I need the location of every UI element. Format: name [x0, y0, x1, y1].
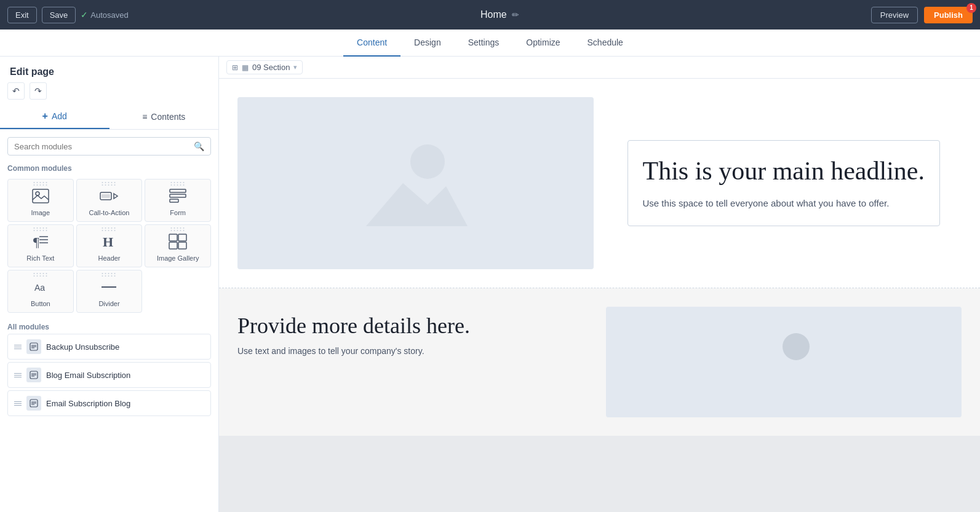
module-divider[interactable]: Divider — [76, 270, 143, 313]
form-module-label: Form — [170, 209, 186, 216]
header-module-label: Header — [98, 254, 120, 262]
svg-text:Aa: Aa — [34, 283, 45, 293]
svg-text:¶: ¶ — [33, 234, 39, 250]
page-title-text: Home — [480, 9, 507, 20]
add-tab-label: Add — [52, 111, 67, 121]
svg-rect-15 — [178, 242, 186, 249]
email-subscription-blog-label: Email Subscription Blog — [46, 399, 130, 408]
page-title-area: Home ✏ — [480, 9, 519, 20]
search-input-wrap: 🔍 — [7, 137, 211, 156]
search-area: 🔍 — [0, 130, 218, 160]
backup-unsubscribe-icon — [26, 339, 41, 354]
drag-handle-icon-3 — [14, 401, 22, 406]
image-module-icon — [32, 187, 49, 205]
all-modules-list: Backup Unsubscribe Blog Email Subscripti… — [0, 334, 218, 416]
module-image[interactable]: Image — [7, 179, 74, 222]
drag-handle-icon — [14, 373, 22, 377]
section-layout-icon: ▦ — [242, 63, 249, 72]
svg-rect-12 — [169, 234, 177, 241]
tab-optimize[interactable]: Optimize — [512, 30, 573, 57]
drag-dots — [102, 227, 116, 231]
module-header[interactable]: H Header — [76, 224, 143, 267]
svg-rect-4 — [170, 189, 186, 192]
svg-rect-13 — [178, 234, 186, 241]
hero-text-box[interactable]: This is your main headline. Use this spa… — [627, 140, 940, 226]
canvas-content: This is your main headline. Use this spa… — [219, 79, 980, 436]
image-gallery-module-label: Image Gallery — [157, 254, 199, 262]
drag-dots — [102, 182, 116, 186]
sidebar: Edit page ↶ ↷ + Add ≡ Contents 🔍 Common … — [0, 57, 219, 512]
topbar: Exit Save ✓ Autosaved Home ✏ Preview Pub… — [0, 0, 980, 30]
hero-image-placeholder[interactable] — [237, 97, 594, 269]
main-area: Edit page ↶ ↷ + Add ≡ Contents 🔍 Common … — [0, 57, 980, 512]
blog-email-subscription-label: Blog Email Subscription — [46, 371, 130, 380]
second-headline: Provide more details here. — [237, 313, 594, 339]
drag-handle-icon — [14, 345, 22, 349]
main-subtext: Use this space to tell everyone about wh… — [643, 196, 925, 211]
tab-settings[interactable]: Settings — [455, 30, 513, 57]
contents-tab-button[interactable]: ≡ Contents — [110, 104, 219, 129]
topbar-left: Exit Save ✓ Autosaved — [7, 7, 129, 23]
search-input[interactable] — [14, 142, 190, 151]
drag-dots — [33, 182, 47, 186]
second-image-placeholder[interactable] — [606, 307, 962, 417]
blog-email-icon — [26, 368, 41, 382]
tab-content[interactable]: Content — [343, 30, 400, 57]
list-item-backup-unsubscribe[interactable]: Backup Unsubscribe — [7, 334, 211, 360]
preview-button[interactable]: Preview — [871, 7, 918, 23]
drag-dots — [33, 227, 47, 231]
divider-module-label: Divider — [98, 300, 119, 307]
section-grid-icon: ⊞ — [232, 63, 238, 72]
svg-rect-5 — [170, 194, 186, 197]
module-button[interactable]: Aa Button — [7, 270, 74, 313]
rich-text-module-icon: ¶ — [32, 232, 49, 251]
redo-button[interactable]: ↷ — [30, 82, 47, 100]
tabs-row: Content Design Settings Optimize Schedul… — [0, 30, 980, 57]
image-gallery-module-icon — [169, 232, 187, 251]
contents-tab-label: Contents — [151, 112, 185, 122]
publish-label: Publish — [934, 10, 963, 20]
exit-button[interactable]: Exit — [7, 7, 37, 23]
svg-point-34 — [783, 333, 810, 360]
second-text-block: Provide more details here. Use text and … — [237, 307, 594, 417]
sidebar-actions: + Add ≡ Contents — [0, 104, 218, 130]
plus-icon: + — [42, 111, 48, 122]
module-rich-text[interactable]: ¶ Rich Text — [7, 224, 74, 267]
button-module-label: Button — [31, 300, 50, 307]
canvas-hero-section: This is your main headline. Use this spa… — [219, 79, 980, 288]
list-item-blog-email-subscription[interactable]: Blog Email Subscription — [7, 362, 211, 388]
module-form[interactable]: Form — [145, 179, 211, 222]
add-tab-button[interactable]: + Add — [0, 104, 110, 129]
drag-dots — [171, 227, 185, 231]
module-cta[interactable]: Call-to-Action — [76, 179, 143, 222]
rich-text-module-label: Rich Text — [26, 254, 54, 262]
tab-design[interactable]: Design — [400, 30, 455, 57]
drag-dots — [102, 273, 116, 277]
save-button[interactable]: Save — [42, 7, 76, 23]
sidebar-title: Edit page — [0, 57, 218, 82]
cta-module-label: Call-to-Action — [89, 209, 129, 216]
main-headline: This is your main headline. — [643, 156, 925, 186]
cta-module-icon — [99, 187, 119, 205]
list-item-email-subscription-blog[interactable]: Email Subscription Blog — [7, 390, 211, 416]
publish-badge: 1 — [966, 3, 976, 13]
module-image-gallery[interactable]: Image Gallery — [145, 224, 211, 267]
svg-text:H: H — [103, 234, 113, 250]
undo-button[interactable]: ↶ — [7, 82, 25, 100]
topbar-right: Preview Publish 1 — [871, 7, 973, 23]
autosaved-check-icon: ✓ — [81, 10, 88, 20]
search-icon: 🔍 — [194, 141, 204, 151]
svg-rect-14 — [169, 242, 177, 249]
section-label-text: 09 Section — [252, 63, 290, 72]
section-toolbar-inner[interactable]: ⊞ ▦ 09 Section ▾ — [226, 60, 303, 74]
autosaved-status: ✓ Autosaved — [81, 10, 128, 20]
header-module-icon: H — [100, 232, 118, 251]
hero-text-area: This is your main headline. Use this spa… — [606, 97, 962, 269]
tab-schedule[interactable]: Schedule — [574, 30, 637, 57]
common-modules-label: Common modules — [0, 160, 218, 176]
publish-button[interactable]: Publish 1 — [924, 7, 973, 23]
edit-title-icon[interactable]: ✏ — [512, 10, 519, 20]
contents-icon: ≡ — [142, 112, 147, 122]
all-modules-label: All modules — [0, 318, 218, 334]
canvas-area: ⊞ ▦ 09 Section ▾ This is y — [219, 57, 980, 512]
